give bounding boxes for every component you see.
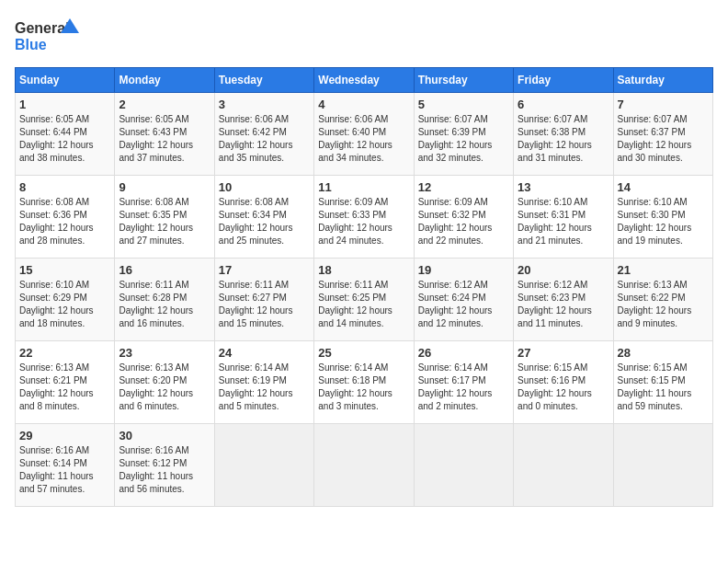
day-info: Sunrise: 6:05 AMSunset: 6:43 PMDaylight:… <box>119 113 210 165</box>
day-number: 19 <box>418 263 509 277</box>
calendar-cell: 21 Sunrise: 6:13 AMSunset: 6:22 PMDaylig… <box>613 259 712 341</box>
header-day-tuesday: Tuesday <box>214 68 313 93</box>
calendar-cell <box>613 424 712 507</box>
week-row-5: 29 Sunrise: 6:16 AMSunset: 6:14 PMDaylig… <box>16 424 713 507</box>
day-number: 20 <box>518 263 609 277</box>
calendar-cell: 2 Sunrise: 6:05 AMSunset: 6:43 PMDayligh… <box>115 93 214 176</box>
week-row-1: 1 Sunrise: 6:05 AMSunset: 6:44 PMDayligh… <box>16 93 713 176</box>
calendar-cell: 14 Sunrise: 6:10 AMSunset: 6:30 PMDaylig… <box>613 176 712 259</box>
day-info: Sunrise: 6:16 AMSunset: 6:12 PMDaylight:… <box>119 444 210 496</box>
day-info: Sunrise: 6:15 AMSunset: 6:16 PMDaylight:… <box>518 362 609 413</box>
day-number: 27 <box>518 346 609 360</box>
day-number: 16 <box>119 263 210 277</box>
day-info: Sunrise: 6:08 AMSunset: 6:36 PMDaylight:… <box>19 196 110 247</box>
day-number: 12 <box>418 180 509 194</box>
day-info: Sunrise: 6:10 AMSunset: 6:31 PMDaylight:… <box>518 196 609 247</box>
day-number: 22 <box>19 346 110 360</box>
day-number: 17 <box>219 263 310 277</box>
calendar-cell: 25 Sunrise: 6:14 AMSunset: 6:18 PMDaylig… <box>314 341 414 424</box>
day-number: 10 <box>219 180 310 194</box>
day-number: 18 <box>318 263 409 277</box>
header-row: SundayMondayTuesdayWednesdayThursdayFrid… <box>16 68 713 93</box>
day-info: Sunrise: 6:07 AMSunset: 6:37 PMDaylight:… <box>618 113 709 165</box>
calendar-cell: 18 Sunrise: 6:11 AMSunset: 6:25 PMDaylig… <box>314 259 414 341</box>
day-info: Sunrise: 6:11 AMSunset: 6:27 PMDaylight:… <box>219 279 310 330</box>
calendar-cell: 23 Sunrise: 6:13 AMSunset: 6:20 PMDaylig… <box>115 341 214 424</box>
day-number: 3 <box>219 98 310 111</box>
day-info: Sunrise: 6:16 AMSunset: 6:14 PMDaylight:… <box>19 444 110 496</box>
calendar-table: SundayMondayTuesdayWednesdayThursdayFrid… <box>15 67 713 507</box>
day-info: Sunrise: 6:11 AMSunset: 6:28 PMDaylight:… <box>119 279 210 330</box>
day-number: 6 <box>518 98 609 111</box>
calendar-cell <box>214 424 313 507</box>
day-number: 28 <box>618 346 709 360</box>
calendar-cell <box>514 424 613 507</box>
calendar-header: SundayMondayTuesdayWednesdayThursdayFrid… <box>16 68 713 93</box>
day-number: 7 <box>618 98 709 111</box>
day-number: 21 <box>618 263 709 277</box>
day-number: 29 <box>19 429 110 442</box>
calendar-cell: 30 Sunrise: 6:16 AMSunset: 6:12 PMDaylig… <box>115 424 214 507</box>
calendar-cell: 11 Sunrise: 6:09 AMSunset: 6:33 PMDaylig… <box>314 176 414 259</box>
calendar-cell: 8 Sunrise: 6:08 AMSunset: 6:36 PMDayligh… <box>16 176 115 259</box>
header-day-saturday: Saturday <box>613 68 712 93</box>
calendar-cell: 4 Sunrise: 6:06 AMSunset: 6:40 PMDayligh… <box>314 93 414 176</box>
day-info: Sunrise: 6:09 AMSunset: 6:32 PMDaylight:… <box>418 196 509 247</box>
day-info: Sunrise: 6:14 AMSunset: 6:17 PMDaylight:… <box>418 362 509 413</box>
header-day-monday: Monday <box>115 68 214 93</box>
calendar-cell: 15 Sunrise: 6:10 AMSunset: 6:29 PMDaylig… <box>16 259 115 341</box>
calendar-cell: 1 Sunrise: 6:05 AMSunset: 6:44 PMDayligh… <box>16 93 115 176</box>
calendar-cell: 10 Sunrise: 6:08 AMSunset: 6:34 PMDaylig… <box>214 176 313 259</box>
day-number: 15 <box>19 263 110 277</box>
logo-svg: General Blue <box>15 15 79 56</box>
day-info: Sunrise: 6:12 AMSunset: 6:24 PMDaylight:… <box>418 279 509 330</box>
day-info: Sunrise: 6:05 AMSunset: 6:44 PMDaylight:… <box>19 113 110 165</box>
day-number: 23 <box>119 346 210 360</box>
calendar-cell: 17 Sunrise: 6:11 AMSunset: 6:27 PMDaylig… <box>214 259 313 341</box>
day-info: Sunrise: 6:10 AMSunset: 6:30 PMDaylight:… <box>618 196 709 247</box>
day-number: 1 <box>19 98 110 111</box>
calendar-cell: 28 Sunrise: 6:15 AMSunset: 6:15 PMDaylig… <box>613 341 712 424</box>
day-number: 25 <box>318 346 409 360</box>
calendar-cell <box>314 424 414 507</box>
week-row-2: 8 Sunrise: 6:08 AMSunset: 6:36 PMDayligh… <box>16 176 713 259</box>
svg-text:Blue: Blue <box>15 37 47 52</box>
week-row-4: 22 Sunrise: 6:13 AMSunset: 6:21 PMDaylig… <box>16 341 713 424</box>
day-info: Sunrise: 6:09 AMSunset: 6:33 PMDaylight:… <box>318 196 409 247</box>
day-number: 2 <box>119 98 210 111</box>
day-number: 8 <box>19 180 110 194</box>
day-number: 9 <box>119 180 210 194</box>
logo: General Blue <box>15 15 79 56</box>
calendar-body: 1 Sunrise: 6:05 AMSunset: 6:44 PMDayligh… <box>16 93 713 507</box>
calendar-cell: 27 Sunrise: 6:15 AMSunset: 6:16 PMDaylig… <box>514 341 613 424</box>
calendar-cell: 12 Sunrise: 6:09 AMSunset: 6:32 PMDaylig… <box>414 176 513 259</box>
header-day-friday: Friday <box>514 68 613 93</box>
calendar-cell: 26 Sunrise: 6:14 AMSunset: 6:17 PMDaylig… <box>414 341 513 424</box>
day-number: 4 <box>318 98 409 111</box>
day-info: Sunrise: 6:06 AMSunset: 6:42 PMDaylight:… <box>219 113 310 165</box>
day-info: Sunrise: 6:12 AMSunset: 6:23 PMDaylight:… <box>518 279 609 330</box>
calendar-cell: 22 Sunrise: 6:13 AMSunset: 6:21 PMDaylig… <box>16 341 115 424</box>
day-info: Sunrise: 6:14 AMSunset: 6:18 PMDaylight:… <box>318 362 409 413</box>
day-info: Sunrise: 6:08 AMSunset: 6:34 PMDaylight:… <box>219 196 310 247</box>
day-info: Sunrise: 6:08 AMSunset: 6:35 PMDaylight:… <box>119 196 210 247</box>
calendar-cell: 16 Sunrise: 6:11 AMSunset: 6:28 PMDaylig… <box>115 259 214 341</box>
calendar-cell: 6 Sunrise: 6:07 AMSunset: 6:38 PMDayligh… <box>514 93 613 176</box>
calendar-cell: 3 Sunrise: 6:06 AMSunset: 6:42 PMDayligh… <box>214 93 313 176</box>
page-header: General Blue <box>15 15 713 56</box>
calendar-cell: 13 Sunrise: 6:10 AMSunset: 6:31 PMDaylig… <box>514 176 613 259</box>
calendar-cell: 20 Sunrise: 6:12 AMSunset: 6:23 PMDaylig… <box>514 259 613 341</box>
calendar-cell: 19 Sunrise: 6:12 AMSunset: 6:24 PMDaylig… <box>414 259 513 341</box>
day-info: Sunrise: 6:13 AMSunset: 6:22 PMDaylight:… <box>618 279 709 330</box>
day-info: Sunrise: 6:13 AMSunset: 6:20 PMDaylight:… <box>119 362 210 413</box>
day-info: Sunrise: 6:15 AMSunset: 6:15 PMDaylight:… <box>618 362 709 413</box>
calendar-cell: 24 Sunrise: 6:14 AMSunset: 6:19 PMDaylig… <box>214 341 313 424</box>
day-info: Sunrise: 6:07 AMSunset: 6:39 PMDaylight:… <box>418 113 509 165</box>
calendar-cell: 29 Sunrise: 6:16 AMSunset: 6:14 PMDaylig… <box>16 424 115 507</box>
header-day-thursday: Thursday <box>414 68 513 93</box>
day-number: 30 <box>119 429 210 442</box>
calendar-cell: 9 Sunrise: 6:08 AMSunset: 6:35 PMDayligh… <box>115 176 214 259</box>
header-day-sunday: Sunday <box>16 68 115 93</box>
day-number: 11 <box>318 180 409 194</box>
calendar-cell: 7 Sunrise: 6:07 AMSunset: 6:37 PMDayligh… <box>613 93 712 176</box>
